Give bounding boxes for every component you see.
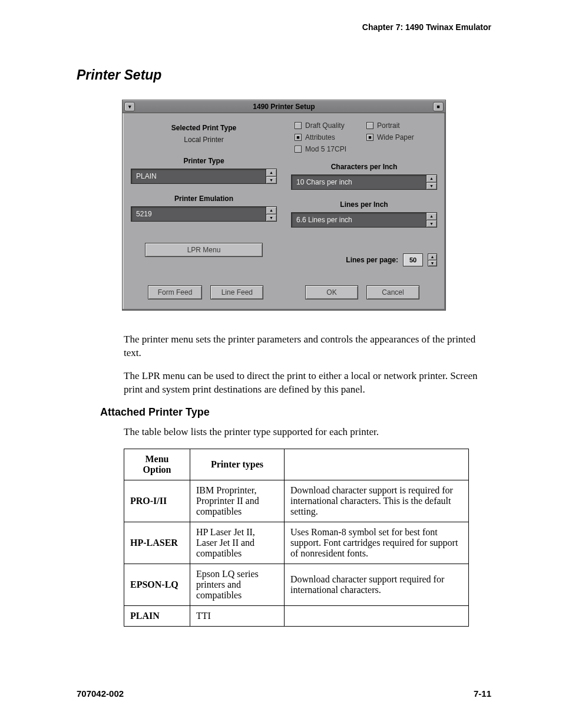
paragraph: The table below lists the printer type s… (124, 426, 491, 439)
cancel-button[interactable]: Cancel (366, 285, 419, 299)
chevron-up-icon[interactable]: ▲ (266, 169, 276, 177)
table-row: HP-LASERHP Laser Jet II, Laser Jet II an… (124, 522, 469, 564)
table-row: EPSON-LQEpson LQ series printers and com… (124, 564, 469, 605)
lines-per-page-label: Lines per page: (346, 256, 398, 264)
options-checkbox-group: Draft Quality Portrait ■ Attributes ■ (291, 121, 437, 153)
checkbox-icon: ■ (366, 134, 373, 141)
chevron-down-icon[interactable]: ▼ (427, 220, 437, 228)
checkbox-label: Wide Paper (377, 133, 414, 141)
lpi-stepper[interactable]: ▲ ▼ (427, 212, 437, 228)
table-cell-desc: Download character support is required f… (285, 480, 469, 522)
chevron-down-icon[interactable]: ▼ (266, 215, 276, 222)
printer-type-table: Menu Option Printer types PRO-I/IIIBM Pr… (124, 449, 469, 627)
cpi-input[interactable]: 10 Chars per inch (291, 174, 427, 190)
lines-per-page-stepper[interactable]: ▲ ▼ (428, 253, 437, 266)
line-feed-button[interactable]: Line Feed (210, 285, 263, 299)
paragraph: The printer menu sets the printer parame… (124, 333, 491, 360)
lpi-input[interactable]: 6.6 Lines per inch (291, 212, 427, 228)
lpi-label: Lines per Inch (291, 200, 437, 209)
subheading: Attached Printer Type (100, 406, 491, 419)
table-cell-desc (285, 605, 469, 626)
checkbox-icon (295, 122, 302, 129)
page-number: 7-11 (474, 689, 491, 699)
close-icon[interactable]: ■ (433, 102, 444, 111)
printer-emulation-stepper[interactable]: ▲ ▼ (266, 206, 277, 222)
table-cell-option: PLAIN (124, 605, 190, 626)
chapter-header: Chapter 7: 1490 Twinax Emulator (77, 22, 491, 32)
checkbox-label: Draft Quality (305, 121, 345, 130)
table-cell-option: PRO-I/II (124, 480, 190, 522)
attributes-checkbox[interactable]: ■ Attributes (295, 133, 365, 141)
checkbox-label: Mod 5 17CPI (305, 145, 346, 153)
chevron-down-icon[interactable]: ▼ (266, 177, 276, 184)
chevron-up-icon[interactable]: ▲ (427, 213, 437, 220)
checkbox-icon: ■ (295, 134, 302, 141)
checkbox-icon (295, 146, 302, 153)
chevron-up-icon[interactable]: ▲ (266, 207, 276, 215)
chevron-up-icon[interactable]: ▲ (427, 175, 437, 183)
printer-setup-dialog: ▾ 1490 Printer Setup ■ Selected Print Ty… (122, 100, 446, 311)
mod5-17cpi-checkbox[interactable]: Mod 5 17CPI (295, 145, 365, 153)
section-title: Printer Setup (77, 67, 491, 83)
printer-emulation-label: Printer Emulation (131, 195, 277, 203)
table-header (285, 449, 469, 480)
cpi-label: Characters per Inch (291, 163, 437, 171)
chevron-up-icon[interactable]: ▲ (428, 254, 437, 261)
table-cell-types: IBM Proprinter, Proprinter II and compat… (190, 480, 285, 522)
ok-button[interactable]: OK (305, 285, 358, 299)
lpr-menu-button[interactable]: LPR Menu (145, 243, 263, 257)
form-feed-button[interactable]: Form Feed (148, 285, 203, 299)
table-cell-types: Epson LQ series printers and compatibles (190, 564, 285, 605)
table-cell-types: HP Laser Jet II, Laser Jet II and compat… (190, 522, 285, 564)
table-header: Printer types (190, 449, 285, 480)
selected-print-type-value: Local Printer (131, 136, 277, 144)
table-cell-types: TTI (190, 605, 285, 626)
paragraph: The LPR menu can be used to direct the p… (124, 370, 491, 397)
draft-quality-checkbox[interactable]: Draft Quality (295, 121, 365, 130)
wide-paper-checkbox[interactable]: ■ Wide Paper (366, 133, 437, 141)
checkbox-icon (366, 122, 373, 129)
dialog-title: 1490 Printer Setup (137, 103, 431, 111)
table-cell-option: EPSON-LQ (124, 564, 190, 605)
printer-type-label: Printer Type (131, 157, 277, 165)
chevron-down-icon[interactable]: ▼ (428, 261, 437, 266)
doc-number: 707042-002 (77, 689, 124, 699)
table-row: PLAINTTI (124, 605, 469, 626)
printer-type-stepper[interactable]: ▲ ▼ (266, 169, 277, 184)
printer-type-input[interactable]: PLAIN (131, 169, 266, 184)
printer-emulation-input[interactable]: 5219 (131, 206, 266, 222)
table-header: Menu Option (124, 449, 190, 480)
selected-print-type-label: Selected Print Type (131, 124, 277, 132)
table-row: PRO-I/IIIBM Proprinter, Proprinter II an… (124, 480, 469, 522)
cpi-stepper[interactable]: ▲ ▼ (427, 174, 437, 190)
lines-per-page-input[interactable]: 50 (403, 253, 423, 266)
table-cell-desc: Download character support required for … (285, 564, 469, 605)
portrait-checkbox[interactable]: Portrait (366, 121, 437, 130)
checkbox-label: Attributes (305, 133, 335, 141)
chevron-down-icon[interactable]: ▼ (427, 183, 437, 190)
table-cell-option: HP-LASER (124, 522, 190, 564)
checkbox-label: Portrait (377, 121, 400, 130)
table-cell-desc: Uses Roman-8 symbol set for best font su… (285, 522, 469, 564)
window-menu-icon[interactable]: ▾ (124, 102, 135, 111)
